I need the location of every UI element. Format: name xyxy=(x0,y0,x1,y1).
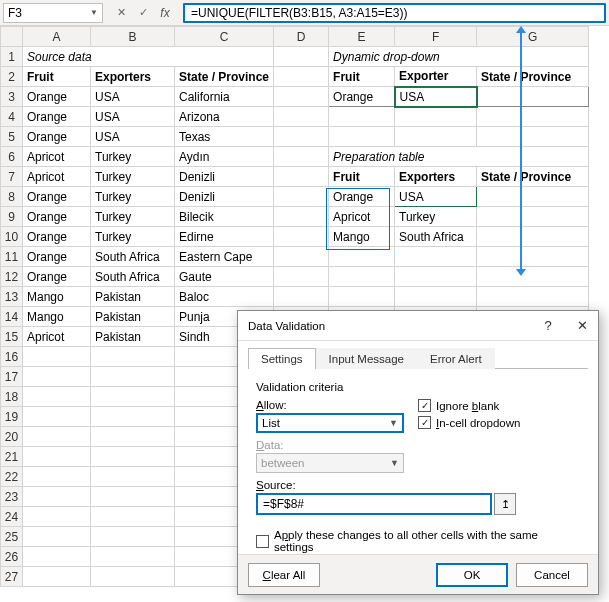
cell[interactable]: USA xyxy=(91,87,175,107)
allow-select[interactable]: List ▼ xyxy=(256,413,404,433)
dialog-titlebar[interactable]: Data Validation ? ✕ xyxy=(238,311,598,341)
row-18[interactable]: 18 xyxy=(1,387,23,407)
row-9[interactable]: 9 xyxy=(1,207,23,227)
hdr-fruit[interactable]: Fruit xyxy=(23,67,91,87)
cell[interactable]: Edirne xyxy=(175,227,274,247)
hdr-exporters[interactable]: Exporters xyxy=(91,67,175,87)
row-8[interactable]: 8 xyxy=(1,187,23,207)
ignore-blank-checkbox[interactable]: ✓ Ignore blank xyxy=(418,399,520,412)
cell[interactable]: Eastern Cape xyxy=(175,247,274,267)
cell[interactable]: Denizli xyxy=(175,187,274,207)
cell[interactable]: Orange xyxy=(23,207,91,227)
row-21[interactable]: 21 xyxy=(1,447,23,467)
cell[interactable]: Apricot xyxy=(23,147,91,167)
row-20[interactable]: 20 xyxy=(1,427,23,447)
formula-input[interactable]: =UNIQUE(FILTER(B3:B15, A3:A15=E3)) xyxy=(183,3,606,23)
incell-dropdown-checkbox[interactable]: ✓ In-cell dropdown xyxy=(418,416,520,429)
col-C[interactable]: C xyxy=(175,27,274,47)
source-input[interactable]: =$F$8# xyxy=(256,493,492,515)
row-3[interactable]: 3 xyxy=(1,87,23,107)
cell[interactable]: Turkey xyxy=(91,147,175,167)
row-22[interactable]: 22 xyxy=(1,467,23,487)
row-4[interactable]: 4 xyxy=(1,107,23,127)
cancel-button[interactable]: Cancel xyxy=(516,563,588,587)
cancel-formula-icon[interactable]: ✕ xyxy=(111,4,131,22)
row-25[interactable]: 25 xyxy=(1,527,23,547)
dyn-state[interactable] xyxy=(477,87,589,107)
cell[interactable] xyxy=(477,227,589,247)
hdr-dyn-state[interactable]: State / Province xyxy=(477,67,589,87)
row-12[interactable]: 12 xyxy=(1,267,23,287)
title-prep[interactable]: Preparation table xyxy=(329,147,589,167)
cell[interactable]: Orange xyxy=(23,127,91,147)
row-16[interactable]: 16 xyxy=(1,347,23,367)
hdr-prep-fruit[interactable]: Fruit xyxy=(329,167,395,187)
cell[interactable]: Apricot xyxy=(329,207,395,227)
cell[interactable]: Turkey xyxy=(395,207,477,227)
cell[interactable]: Gaute xyxy=(175,267,274,287)
col-A[interactable]: A xyxy=(23,27,91,47)
hdr-dyn-exporter[interactable]: Exporter xyxy=(395,67,477,87)
col-D[interactable]: D xyxy=(274,27,329,47)
cell[interactable] xyxy=(477,187,589,207)
row-1[interactable]: 1 xyxy=(1,47,23,67)
cell[interactable]: California xyxy=(175,87,274,107)
hdr-dyn-fruit[interactable]: Fruit xyxy=(329,67,395,87)
row-10[interactable]: 10 xyxy=(1,227,23,247)
row-19[interactable]: 19 xyxy=(1,407,23,427)
cell[interactable]: Orange xyxy=(23,267,91,287)
row-6[interactable]: 6 xyxy=(1,147,23,167)
hdr-state[interactable]: State / Province xyxy=(175,67,274,87)
tab-error-alert[interactable]: Error Alert xyxy=(417,348,495,369)
tab-input-message[interactable]: Input Message xyxy=(316,348,417,369)
tab-settings[interactable]: Settings xyxy=(248,348,316,369)
cell[interactable]: USA xyxy=(91,127,175,147)
apply-all-checkbox[interactable]: Apply these changes to all other cells w… xyxy=(256,529,580,553)
cell[interactable]: Mango xyxy=(329,227,395,247)
cell[interactable]: Pakistan xyxy=(91,307,175,327)
cell[interactable]: Turkey xyxy=(91,167,175,187)
col-G[interactable]: G xyxy=(477,27,589,47)
cell[interactable]: Orange xyxy=(23,107,91,127)
cell[interactable]: Orange xyxy=(23,87,91,107)
cell[interactable]: Baloc xyxy=(175,287,274,307)
row-2[interactable]: 2 xyxy=(1,67,23,87)
cell[interactable]: Turkey xyxy=(91,187,175,207)
cell[interactable]: Texas xyxy=(175,127,274,147)
select-all[interactable] xyxy=(1,27,23,47)
row-7[interactable]: 7 xyxy=(1,167,23,187)
cell[interactable]: South Africa xyxy=(91,267,175,287)
ok-button[interactable]: OK xyxy=(436,563,508,587)
row-14[interactable]: 14 xyxy=(1,307,23,327)
cell[interactable]: Pakistan xyxy=(91,327,175,347)
cell[interactable]: Arizona xyxy=(175,107,274,127)
cell[interactable]: Turkey xyxy=(91,227,175,247)
name-box-dropdown-icon[interactable]: ▼ xyxy=(90,8,98,17)
title-dynamic[interactable]: Dynamic drop-down xyxy=(329,47,589,67)
row-26[interactable]: 26 xyxy=(1,547,23,567)
col-B[interactable]: B xyxy=(91,27,175,47)
row-5[interactable]: 5 xyxy=(1,127,23,147)
row-17[interactable]: 17 xyxy=(1,367,23,387)
row-23[interactable]: 23 xyxy=(1,487,23,507)
col-F[interactable]: F xyxy=(395,27,477,47)
row-11[interactable]: 11 xyxy=(1,247,23,267)
clear-all-button[interactable]: Clear All xyxy=(248,563,320,587)
cell[interactable]: Bilecik xyxy=(175,207,274,227)
cell[interactable]: Aydın xyxy=(175,147,274,167)
cell[interactable]: Denizli xyxy=(175,167,274,187)
active-cell-F3[interactable]: USA ▼ xyxy=(395,87,477,107)
cell[interactable]: Apricot xyxy=(23,327,91,347)
cell[interactable]: Orange xyxy=(329,187,395,207)
dyn-fruit[interactable]: Orange xyxy=(329,87,395,107)
cell[interactable]: Mango xyxy=(23,287,91,307)
row-13[interactable]: 13 xyxy=(1,287,23,307)
row-15[interactable]: 15 xyxy=(1,327,23,347)
cell-F8[interactable]: USA xyxy=(395,187,477,207)
col-E[interactable]: E xyxy=(329,27,395,47)
name-box[interactable]: F3 ▼ xyxy=(3,3,103,23)
title-source[interactable]: Source data xyxy=(23,47,274,67)
cell[interactable]: South Africa xyxy=(395,227,477,247)
cell[interactable]: South Africa xyxy=(91,247,175,267)
cell[interactable]: Orange xyxy=(23,187,91,207)
